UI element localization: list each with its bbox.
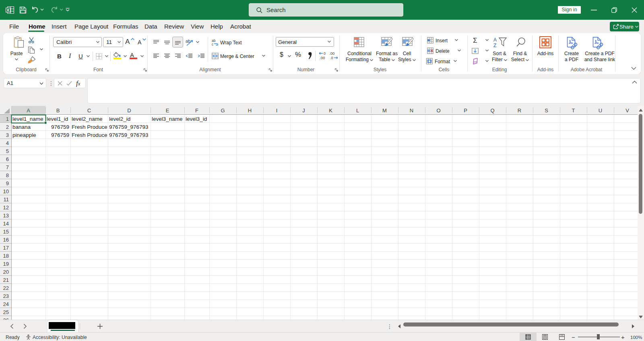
svg-text:O: O bbox=[436, 107, 440, 114]
svg-text:9: 9 bbox=[6, 180, 9, 186]
svg-text:B: B bbox=[56, 107, 60, 114]
svg-text:7: 7 bbox=[6, 164, 9, 170]
svg-text:16: 16 bbox=[3, 237, 9, 243]
svg-text:19: 19 bbox=[3, 261, 9, 267]
svg-text:R: R bbox=[518, 107, 521, 114]
svg-text:P: P bbox=[464, 107, 467, 114]
svg-text:13: 13 bbox=[3, 213, 9, 219]
svg-text:A: A bbox=[27, 107, 30, 114]
svg-text:1: 1 bbox=[6, 116, 9, 122]
svg-text:Q: Q bbox=[490, 107, 494, 114]
svg-text:.00: .00 bbox=[320, 56, 325, 60]
svg-text:H: H bbox=[248, 107, 252, 114]
svg-text:E: E bbox=[166, 107, 169, 114]
svg-text:J: J bbox=[302, 107, 305, 114]
svg-text:11: 11 bbox=[4, 196, 9, 203]
svg-text:15: 15 bbox=[3, 229, 9, 235]
svg-text:24: 24 bbox=[3, 301, 9, 307]
svg-text:5: 5 bbox=[6, 148, 9, 154]
svg-text:.00: .00 bbox=[329, 52, 334, 56]
svg-text:Z: Z bbox=[493, 43, 496, 48]
svg-text:K: K bbox=[329, 107, 332, 114]
svg-text:L: L bbox=[356, 107, 359, 114]
svg-text:A: A bbox=[493, 37, 497, 43]
svg-text:D: D bbox=[127, 107, 131, 114]
svg-text:18: 18 bbox=[3, 253, 9, 259]
svg-text:M: M bbox=[382, 107, 387, 114]
svg-text:6: 6 bbox=[6, 156, 9, 162]
svg-text:10: 10 bbox=[3, 188, 9, 194]
svg-text:F: F bbox=[195, 107, 198, 114]
svg-text:C: C bbox=[87, 107, 91, 114]
svg-text:21: 21 bbox=[3, 277, 9, 283]
svg-text:12: 12 bbox=[3, 205, 9, 211]
svg-text:I: I bbox=[276, 107, 278, 114]
svg-text:23: 23 bbox=[3, 293, 9, 299]
svg-text:.0: .0 bbox=[330, 56, 333, 60]
svg-text:0: 0 bbox=[324, 52, 326, 56]
svg-text:V: V bbox=[625, 107, 629, 114]
svg-text:20: 20 bbox=[3, 269, 9, 275]
svg-text:2: 2 bbox=[6, 124, 9, 130]
svg-text:8: 8 bbox=[6, 172, 9, 178]
svg-text:22: 22 bbox=[3, 285, 9, 291]
svg-text:G: G bbox=[221, 107, 225, 114]
svg-text:T: T bbox=[572, 107, 575, 114]
svg-text:S: S bbox=[545, 107, 548, 114]
svg-text:4: 4 bbox=[6, 140, 9, 146]
svg-text:3: 3 bbox=[6, 132, 9, 138]
svg-text:25: 25 bbox=[3, 309, 9, 315]
svg-text:14: 14 bbox=[3, 221, 9, 227]
svg-text:N: N bbox=[410, 107, 413, 114]
svg-text:U: U bbox=[599, 107, 602, 114]
svg-text:17: 17 bbox=[3, 245, 9, 251]
